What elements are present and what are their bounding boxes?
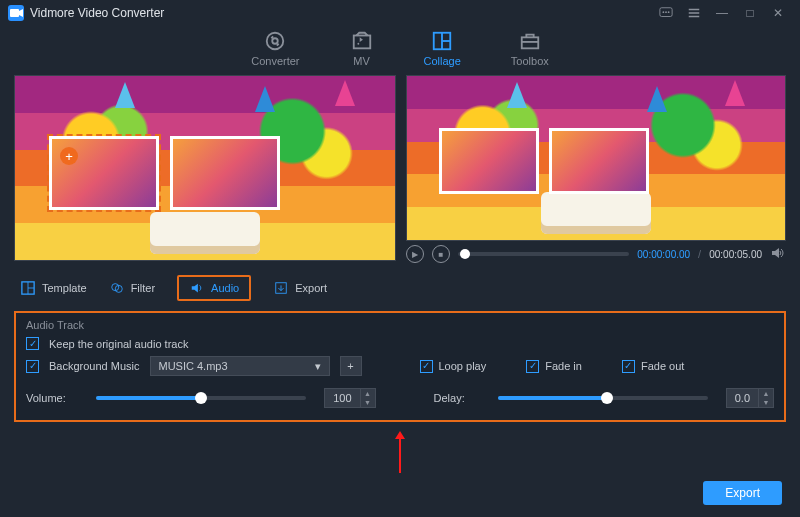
title-bar: Vidmore Video Converter — □ ✕ xyxy=(0,0,800,26)
volume-label: Volume: xyxy=(26,392,78,404)
subtab-audio[interactable]: Audio xyxy=(177,275,251,301)
minimize-button[interactable]: — xyxy=(708,3,736,23)
tab-label: Collage xyxy=(424,55,461,67)
preview-slot-2 xyxy=(549,128,649,194)
decoration xyxy=(541,192,651,234)
panel-title: Audio Track xyxy=(26,319,774,331)
volume-step-down[interactable]: ▼ xyxy=(361,398,375,407)
decoration xyxy=(335,80,355,106)
tab-label: Toolbox xyxy=(511,55,549,67)
main-tabs: Converter MV Collage Toolbox xyxy=(0,26,800,73)
svg-point-4 xyxy=(668,11,670,13)
tab-label: Converter xyxy=(251,55,299,67)
collage-icon xyxy=(430,30,454,52)
collage-editor-pane[interactable]: + xyxy=(14,75,396,261)
annotation-arrow xyxy=(399,439,401,473)
bg-music-checkbox[interactable] xyxy=(26,360,39,373)
audio-track-panel: Audio Track Keep the original audio trac… xyxy=(14,311,786,422)
feedback-button[interactable] xyxy=(652,3,680,23)
volume-value: 100 xyxy=(325,392,359,404)
decoration xyxy=(647,86,667,112)
svg-point-3 xyxy=(665,11,667,13)
mv-icon xyxy=(350,30,374,52)
svg-rect-0 xyxy=(10,9,19,17)
loop-checkbox[interactable] xyxy=(420,360,433,373)
preview-pane xyxy=(406,75,786,241)
stop-button[interactable]: ■ xyxy=(432,245,450,263)
sub-tabs: Template Filter Audio Export xyxy=(0,267,800,309)
template-icon xyxy=(20,280,36,296)
volume-knob[interactable] xyxy=(195,392,207,404)
menu-button[interactable] xyxy=(680,3,708,23)
fade-in-label: Fade in xyxy=(545,360,582,372)
converter-icon xyxy=(263,30,287,52)
add-media-icon[interactable]: + xyxy=(60,147,78,165)
tab-toolbox[interactable]: Toolbox xyxy=(511,30,549,67)
volume-step-up[interactable]: ▲ xyxy=(361,389,375,398)
volume-icon[interactable] xyxy=(770,245,786,263)
delay-step-up[interactable]: ▲ xyxy=(759,389,773,398)
subtab-filter[interactable]: Filter xyxy=(109,280,155,296)
filter-icon xyxy=(109,280,125,296)
svg-rect-12 xyxy=(522,37,539,48)
svg-point-8 xyxy=(357,43,359,45)
fade-out-checkbox[interactable] xyxy=(622,360,635,373)
subtab-label: Export xyxy=(295,282,327,294)
subtab-label: Audio xyxy=(211,282,239,294)
delay-value-box: 0.0 ▲▼ xyxy=(726,388,774,408)
toolbox-icon xyxy=(518,30,542,52)
audio-icon xyxy=(189,280,205,296)
fade-in-checkbox[interactable] xyxy=(526,360,539,373)
bg-music-select[interactable]: MUSIC 4.mp3 ▾ xyxy=(150,356,330,376)
fade-out-label: Fade out xyxy=(641,360,684,372)
svg-point-2 xyxy=(663,11,665,13)
close-button[interactable]: ✕ xyxy=(764,3,792,23)
subtab-template[interactable]: Template xyxy=(20,280,87,296)
playback-timeline[interactable] xyxy=(458,252,629,256)
add-music-button[interactable]: + xyxy=(340,356,362,376)
volume-slider[interactable] xyxy=(96,396,306,400)
current-time: 00:00:00.00 xyxy=(637,249,690,260)
delay-step-down[interactable]: ▼ xyxy=(759,398,773,407)
play-button[interactable]: ▶ xyxy=(406,245,424,263)
subtab-label: Template xyxy=(42,282,87,294)
decoration xyxy=(150,212,260,254)
keep-original-label: Keep the original audio track xyxy=(49,338,188,350)
svg-rect-7 xyxy=(353,36,370,49)
tab-converter[interactable]: Converter xyxy=(251,30,299,67)
decoration xyxy=(507,82,527,108)
tab-mv[interactable]: MV xyxy=(350,30,374,67)
delay-value: 0.0 xyxy=(727,392,758,404)
app-logo-icon xyxy=(8,5,24,21)
delay-fill xyxy=(498,396,607,400)
decoration xyxy=(255,86,275,112)
preview-row: + ▶ ■ 00:00:00.00/00:00:05.00 xyxy=(0,73,800,267)
delay-label: Delay: xyxy=(434,392,480,404)
total-time: 00:00:05.00 xyxy=(709,249,762,260)
maximize-button[interactable]: □ xyxy=(736,3,764,23)
collage-slot-1[interactable]: + xyxy=(49,136,159,210)
export-button[interactable]: Export xyxy=(703,481,782,505)
app-title: Vidmore Video Converter xyxy=(30,6,164,20)
tab-label: MV xyxy=(353,55,370,67)
loop-label: Loop play xyxy=(439,360,487,372)
decoration xyxy=(725,80,745,106)
export-icon xyxy=(273,280,289,296)
decoration xyxy=(115,82,135,108)
bg-music-label: Background Music xyxy=(49,360,140,372)
delay-knob[interactable] xyxy=(601,392,613,404)
playhead[interactable] xyxy=(460,249,470,259)
subtab-label: Filter xyxy=(131,282,155,294)
chevron-down-icon: ▾ xyxy=(315,360,321,373)
player-controls: ▶ ■ 00:00:00.00/00:00:05.00 xyxy=(406,245,786,263)
tab-collage[interactable]: Collage xyxy=(424,30,461,67)
delay-slider[interactable] xyxy=(498,396,708,400)
svg-point-6 xyxy=(273,38,279,44)
volume-fill xyxy=(96,396,201,400)
collage-slot-2[interactable] xyxy=(170,136,280,210)
svg-point-5 xyxy=(267,33,284,50)
preview-slot-1 xyxy=(439,128,539,194)
bg-music-selected: MUSIC 4.mp3 xyxy=(159,360,228,372)
keep-original-checkbox[interactable] xyxy=(26,337,39,350)
subtab-export[interactable]: Export xyxy=(273,280,327,296)
